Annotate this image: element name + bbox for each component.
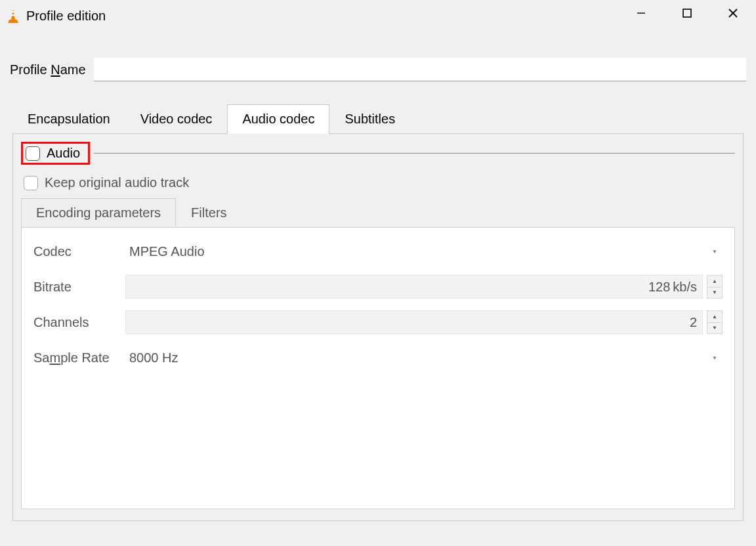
close-button[interactable] [710, 0, 756, 26]
maximize-button[interactable] [664, 0, 710, 26]
bitrate-suffix: kb/s [673, 280, 697, 295]
channels-value: 2 [690, 315, 697, 330]
content-area: Profile Name Encapsulation Video codec A… [0, 32, 756, 521]
group-separator [94, 153, 735, 154]
minimize-button[interactable] [618, 0, 664, 26]
channels-spinner-buttons: ▲ ▼ [707, 310, 723, 334]
audio-enable-checkbox[interactable] [26, 146, 40, 161]
bitrate-row: Bitrate 128 kb/s ▲ ▼ [33, 275, 723, 299]
bitrate-spinner-buttons: ▲ ▼ [707, 275, 723, 299]
subtab-encoding-parameters[interactable]: Encoding parameters [21, 198, 176, 227]
channels-label: Channels [33, 315, 125, 330]
bitrate-spin-down[interactable]: ▼ [707, 287, 722, 299]
codec-value: MPEG Audio [129, 244, 205, 259]
profile-edition-window: Profile edition Profile Name Encapsulati… [0, 0, 756, 546]
chevron-down-icon: ▼ [712, 249, 717, 255]
audio-enable-label: Audio [47, 146, 80, 161]
audio-subtabs: Encoding parameters Filters [21, 198, 735, 227]
audio-group-header: Audio [21, 139, 735, 167]
tab-video-codec[interactable]: Video codec [125, 104, 228, 133]
svg-rect-1 [12, 11, 14, 12]
bitrate-label: Bitrate [33, 280, 125, 295]
window-title: Profile edition [26, 9, 106, 24]
codec-combobox[interactable]: MPEG Audio ▼ [125, 240, 723, 263]
svg-rect-5 [683, 9, 691, 17]
bitrate-value: 128 [648, 280, 670, 295]
highlight-annotation: Audio [21, 142, 90, 165]
keep-original-label: Keep original audio track [45, 175, 189, 190]
channels-spinbox[interactable]: 2 [125, 310, 703, 334]
subtab-filters[interactable]: Filters [176, 198, 242, 227]
tab-encapsulation[interactable]: Encapsulation [12, 104, 125, 133]
codec-label: Codec [33, 244, 125, 259]
samplerate-label: Sample Rate [33, 350, 125, 366]
channels-spin-up[interactable]: ▲ [707, 311, 722, 323]
svg-rect-2 [11, 14, 14, 16]
profile-name-label: Profile Name [10, 62, 86, 77]
samplerate-value: 8000 Hz [129, 350, 178, 366]
tab-audio-codec[interactable]: Audio codec [227, 104, 329, 133]
channels-spin-down[interactable]: ▼ [707, 323, 722, 334]
profile-name-row: Profile Name [10, 58, 746, 81]
main-tabstrip: Encapsulation Video codec Audio codec Su… [12, 104, 744, 134]
titlebar: Profile edition [0, 0, 756, 32]
audio-codec-panel: Audio Keep original audio track Encoding… [12, 134, 744, 521]
samplerate-row: Sample Rate 8000 Hz ▼ [33, 346, 723, 369]
bitrate-spinbox[interactable]: 128 kb/s [125, 275, 703, 299]
tab-subtitles[interactable]: Subtitles [329, 104, 410, 133]
codec-row: Codec MPEG Audio ▼ [33, 240, 723, 263]
bitrate-spin-up[interactable]: ▲ [707, 276, 722, 287]
vlc-cone-icon [7, 8, 20, 24]
samplerate-combobox[interactable]: 8000 Hz ▼ [125, 346, 723, 369]
channels-row: Channels 2 ▲ ▼ [33, 310, 723, 334]
svg-marker-3 [8, 20, 18, 23]
encoding-parameters-panel: Codec MPEG Audio ▼ Bitrate 128 kb/s ▲ ▼ [21, 227, 735, 509]
keep-original-row: Keep original audio track [21, 167, 735, 198]
keep-original-checkbox[interactable] [24, 176, 38, 190]
chevron-down-icon: ▼ [712, 355, 717, 361]
window-controls [618, 0, 756, 26]
profile-name-input[interactable] [94, 58, 746, 81]
